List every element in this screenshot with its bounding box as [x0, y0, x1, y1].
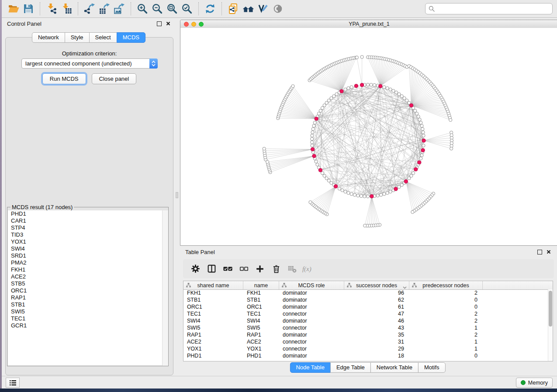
- table-row[interactable]: SWI4SWI4dominator462: [183, 317, 548, 324]
- table-row[interactable]: YOX1YOX1connector291: [183, 345, 548, 352]
- cell-name: RAP1: [243, 332, 279, 338]
- mcds-result-item[interactable]: ORC1: [8, 287, 168, 294]
- mcds-result-box: MCDS result (17 nodes) PHD1CAR1STP4TID3Y…: [7, 204, 169, 366]
- settings-gear-icon[interactable]: [189, 262, 202, 275]
- column-header-shared-name[interactable]: shared name: [183, 281, 243, 289]
- open-session-icon[interactable]: [6, 2, 21, 16]
- table-row[interactable]: TEC1TEC1connector472: [183, 310, 548, 317]
- tab-node-table[interactable]: Node Table: [290, 362, 331, 373]
- add-column-icon[interactable]: [253, 262, 266, 275]
- mcds-result-item[interactable]: SWI5: [8, 308, 168, 315]
- show-hidden-eye-icon[interactable]: [270, 2, 285, 16]
- node-table-header: shared namenameMCDS rolesuccessor nodesp…: [183, 281, 553, 290]
- zoom-fit-icon[interactable]: [165, 2, 180, 16]
- cell-MCDS-role: dominator: [279, 297, 344, 303]
- mcds-result-item[interactable]: SWI4: [8, 245, 168, 252]
- column-header-name[interactable]: name: [243, 281, 279, 289]
- mcds-result-item[interactable]: FKH1: [8, 266, 168, 273]
- float-panel-icon[interactable]: [157, 21, 162, 26]
- select-all-checks-icon[interactable]: [221, 262, 234, 275]
- table-row[interactable]: FKH1FKH1dominator962: [183, 289, 548, 296]
- toggle-graphics-details-icon[interactable]: [256, 2, 270, 16]
- close-panel-icon[interactable]: [166, 21, 170, 26]
- table-row[interactable]: RAP1RAP1dominator352: [183, 331, 548, 338]
- cell-predecessor-nodes: 2: [409, 290, 483, 296]
- zoom-in-icon[interactable]: [135, 2, 150, 16]
- tab-edge-table[interactable]: Edge Table: [330, 362, 371, 373]
- cell-MCDS-role: dominator: [279, 318, 344, 324]
- tab-select[interactable]: Select: [89, 32, 117, 43]
- clone-network-icon[interactable]: [226, 2, 241, 16]
- mcds-result-item[interactable]: PHD1: [8, 210, 168, 217]
- mcds-result-item[interactable]: TEC1: [8, 315, 168, 322]
- table-row[interactable]: ACE2ACE2connector311: [183, 338, 548, 345]
- control-panel-title: Control Panel: [7, 21, 42, 27]
- zoom-selected-icon[interactable]: [180, 2, 194, 16]
- mcds-result-item[interactable]: PMA2: [8, 259, 168, 266]
- mcds-result-item[interactable]: STB5: [8, 280, 168, 287]
- mcds-result-item[interactable]: TID3: [8, 231, 168, 238]
- node-table-body: FKH1FKH1dominator962STB1STB1dominator620…: [183, 289, 548, 361]
- cell-predecessor-nodes: 1: [409, 346, 483, 352]
- toolbar-separator: [221, 2, 222, 15]
- table-row[interactable]: STB1STB1dominator620: [183, 296, 548, 303]
- mcds-result-scrollbar[interactable]: [162, 210, 168, 366]
- network-window-titlebar[interactable]: YPA_prune.txt_1: [180, 20, 557, 28]
- mcds-result-item[interactable]: STB1: [8, 301, 168, 308]
- column-header-successor-nodes[interactable]: successor nodes: [344, 281, 409, 289]
- cell-shared-name: SWI5: [183, 325, 243, 331]
- mcds-result-item[interactable]: GCR1: [8, 322, 168, 329]
- search-input[interactable]: [437, 5, 549, 13]
- optimization-criterion-select[interactable]: largest connected component (undirected): [21, 58, 158, 69]
- float-table-panel-icon[interactable]: [537, 250, 542, 254]
- import-network-icon[interactable]: [44, 2, 59, 16]
- cell-name: PHD1: [243, 353, 279, 359]
- mcds-result-item[interactable]: STP4: [8, 224, 168, 231]
- tab-mcds[interactable]: MCDS: [117, 32, 145, 43]
- optimization-criterion-label: Optimization criterion:: [6, 50, 173, 57]
- deselect-all-checks-icon[interactable]: [237, 262, 250, 275]
- mcds-result-item[interactable]: SRD1: [8, 252, 168, 259]
- tab-network-table[interactable]: Network Table: [370, 362, 419, 373]
- cell-shared-name: FKH1: [183, 290, 243, 296]
- network-column-icon: [282, 283, 287, 289]
- table-row[interactable]: SWI5SWI5connector431: [183, 324, 548, 331]
- export-table-icon[interactable]: [97, 2, 112, 16]
- cell-predecessor-nodes: 2: [409, 311, 483, 317]
- close-table-panel-icon[interactable]: [547, 250, 551, 254]
- list-icon: [10, 380, 16, 385]
- column-header-MCDS-role[interactable]: MCDS role: [279, 281, 344, 289]
- search-box[interactable]: [425, 3, 553, 14]
- first-neighbors-icon[interactable]: [241, 2, 256, 16]
- mcds-result-item[interactable]: RAP1: [8, 294, 168, 301]
- mcds-result-item[interactable]: ACE2: [8, 273, 168, 280]
- show-columns-icon[interactable]: [205, 262, 218, 275]
- table-row[interactable]: PHD1PHD1dominator180: [183, 352, 548, 359]
- cell-name: SWI5: [243, 325, 279, 331]
- mcds-result-item[interactable]: CAR1: [8, 217, 168, 224]
- mcds-result-item[interactable]: YOX1: [8, 238, 168, 245]
- run-mcds-button[interactable]: Run MCDS: [42, 73, 86, 84]
- show-panels-button[interactable]: [6, 378, 20, 388]
- node-table: shared namenameMCDS rolesuccessor nodesp…: [183, 281, 553, 361]
- import-table-icon[interactable]: [59, 2, 74, 16]
- node-table-scrollbar[interactable]: [548, 289, 553, 361]
- delete-column-icon[interactable]: [270, 262, 283, 275]
- save-session-icon[interactable]: [21, 2, 36, 16]
- cell-name: ORC1: [243, 304, 279, 310]
- memory-button[interactable]: Memory: [516, 378, 553, 388]
- refresh-layout-icon[interactable]: [203, 2, 218, 16]
- tab-motifs[interactable]: Motifs: [418, 362, 446, 373]
- zoom-out-icon[interactable]: [150, 2, 165, 16]
- network-canvas[interactable]: [180, 28, 557, 245]
- scrollbar-thumb[interactable]: [549, 291, 552, 327]
- tab-style[interactable]: Style: [65, 32, 90, 43]
- export-network-icon[interactable]: [82, 2, 97, 16]
- table-row[interactable]: ORC1ORC1dominator610: [183, 303, 548, 310]
- close-panel-button[interactable]: Close panel: [92, 73, 137, 84]
- export-image-icon[interactable]: [112, 2, 127, 16]
- cell-successor-nodes: 43: [344, 325, 409, 331]
- tab-network[interactable]: Network: [32, 32, 65, 43]
- column-header-predecessor-nodes[interactable]: predecessor nodes: [409, 281, 483, 289]
- desktop-background-bottom: [0, 389, 557, 392]
